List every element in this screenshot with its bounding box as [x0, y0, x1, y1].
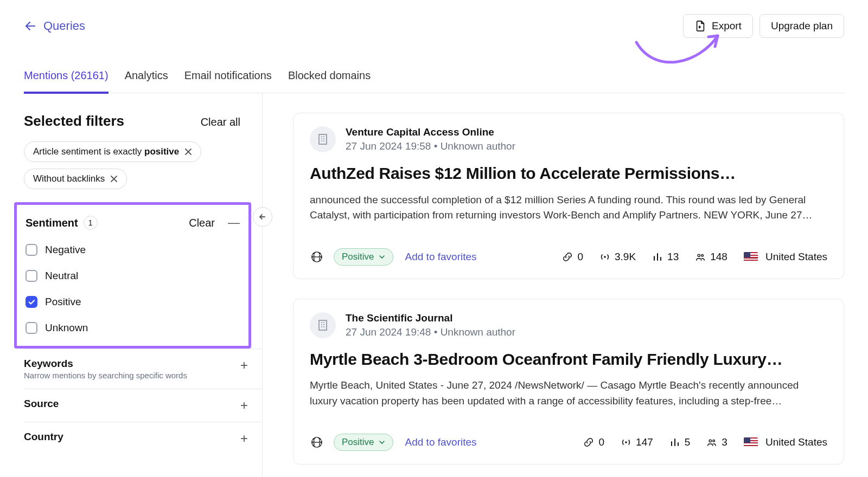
sentiment-option-unknown[interactable]: Unknown	[25, 322, 240, 334]
svg-point-1	[604, 256, 606, 258]
upgrade-label: Upgrade plan	[771, 20, 833, 32]
source-title: Source	[24, 398, 59, 410]
mention-card[interactable]: Venture Capital Access Online 27 Jun 202…	[293, 113, 844, 279]
publisher-name: The Scientific Journal	[346, 312, 515, 324]
collapse-sidebar-button[interactable]	[253, 207, 272, 227]
building-icon	[316, 319, 329, 332]
sentiment-option-negative[interactable]: Negative	[25, 244, 240, 256]
publisher-name: Venture Capital Access Online	[346, 126, 515, 138]
keywords-title: Keywords	[24, 358, 187, 370]
chart-icon	[652, 252, 663, 262]
metric-audience: 3	[706, 436, 727, 448]
sentiment-option-neutral[interactable]: Neutral	[25, 270, 240, 282]
us-flag-icon	[744, 437, 758, 447]
metric-reach: 147	[621, 436, 653, 448]
tabs: Mentions (26161) Analytics Email notific…	[24, 69, 844, 93]
filters-sidebar: Selected filters Clear all Article senti…	[24, 93, 263, 477]
svg-point-6	[709, 440, 711, 442]
add-to-favorites-link[interactable]: Add to favorites	[405, 251, 477, 263]
svg-point-3	[701, 254, 704, 256]
sentiment-count-badge: 1	[84, 216, 98, 230]
tab-analytics[interactable]: Analytics	[125, 69, 168, 93]
svg-point-7	[713, 440, 715, 442]
filter-chip-backlinks[interactable]: Without backlinks	[24, 169, 127, 189]
sentiment-filter-section: Sentiment 1 Clear — Negative Neutral	[14, 202, 251, 349]
sentiment-clear-link[interactable]: Clear	[189, 217, 215, 229]
keywords-filter-section[interactable]: Keywords Narrow mentions by searching sp…	[24, 349, 262, 389]
plus-icon: +	[240, 431, 248, 446]
tab-mentions[interactable]: Mentions (26161)	[24, 69, 108, 94]
mention-headline: Myrtle Beach 3-Bedroom Oceanfront Family…	[310, 349, 827, 370]
metric-country: United States	[744, 436, 827, 448]
sentiment-option-positive[interactable]: Positive	[25, 296, 240, 308]
sentiment-dropdown[interactable]: Positive	[334, 248, 393, 266]
checkbox-icon	[25, 244, 37, 256]
country-title: Country	[24, 431, 63, 443]
publisher-icon	[310, 126, 336, 152]
publish-meta: 27 Jun 2024 19:48 • Unknown author	[346, 326, 515, 338]
checkbox-icon	[25, 270, 37, 282]
link-icon	[562, 252, 573, 262]
arrow-left-icon	[24, 20, 37, 33]
mentions-list: Venture Capital Access Online 27 Jun 202…	[263, 93, 844, 477]
back-label: Queries	[43, 19, 85, 33]
selected-filters-title: Selected filters	[24, 113, 124, 130]
upgrade-plan-button[interactable]: Upgrade plan	[760, 14, 844, 38]
export-label: Export	[712, 20, 742, 32]
sentiment-dropdown[interactable]: Positive	[334, 434, 393, 451]
chevron-down-icon	[379, 254, 385, 260]
publish-meta: 27 Jun 2024 19:58 • Unknown author	[346, 140, 515, 152]
globe-icon	[310, 435, 324, 449]
users-icon	[695, 252, 706, 262]
svg-rect-4	[319, 320, 327, 330]
export-icon	[694, 20, 706, 32]
clear-all-link[interactable]: Clear all	[201, 116, 240, 128]
tab-email-notifications[interactable]: Email notifications	[184, 69, 272, 93]
arrow-left-icon	[258, 212, 267, 221]
tab-blocked-domains[interactable]: Blocked domains	[288, 69, 371, 93]
globe-icon	[310, 250, 324, 264]
metric-reach: 3.9K	[599, 251, 636, 263]
checkbox-checked-icon	[25, 296, 37, 308]
publisher-icon	[310, 312, 336, 338]
svg-rect-0	[319, 134, 327, 144]
metric-traffic: 5	[669, 436, 691, 448]
chip-text: Article sentiment is exactly positive	[33, 146, 179, 157]
checkbox-icon	[25, 322, 37, 334]
sentiment-title: Sentiment	[25, 217, 78, 229]
building-icon	[316, 133, 329, 146]
metric-backlinks: 0	[562, 251, 583, 263]
broadcast-icon	[599, 252, 610, 262]
mention-snippet: Myrtle Beach, United States - June 27, 2…	[310, 378, 827, 409]
mention-snippet: announced the successful completion of a…	[310, 192, 827, 223]
close-icon	[184, 148, 192, 156]
mention-card[interactable]: The Scientific Journal 27 Jun 2024 19:48…	[293, 299, 844, 465]
users-icon	[706, 437, 717, 448]
chart-icon	[669, 437, 680, 448]
us-flag-icon	[744, 252, 758, 262]
metric-audience: 148	[695, 251, 727, 263]
export-button[interactable]: Export	[683, 14, 753, 38]
metric-country: United States	[744, 251, 827, 263]
metric-backlinks: 0	[583, 436, 604, 448]
link-icon	[583, 437, 594, 448]
mention-headline: AuthZed Raises $12 Million to Accelerate…	[310, 163, 827, 184]
country-filter-section[interactable]: Country +	[24, 422, 262, 455]
filter-chip-sentiment[interactable]: Article sentiment is exactly positive	[24, 141, 201, 162]
add-to-favorites-link[interactable]: Add to favorites	[405, 436, 477, 448]
svg-point-2	[698, 254, 700, 256]
back-to-queries-link[interactable]: Queries	[24, 19, 85, 33]
metric-traffic: 13	[652, 251, 679, 263]
minus-icon[interactable]: —	[228, 216, 240, 230]
svg-point-5	[625, 441, 627, 443]
broadcast-icon	[621, 437, 631, 448]
plus-icon: +	[240, 358, 248, 373]
close-icon	[110, 175, 118, 183]
source-filter-section[interactable]: Source +	[24, 389, 262, 422]
plus-icon: +	[240, 398, 248, 413]
chip-text: Without backlinks	[33, 173, 105, 184]
chevron-down-icon	[379, 439, 385, 446]
keywords-subtitle: Narrow mentions by searching specific wo…	[24, 371, 187, 380]
